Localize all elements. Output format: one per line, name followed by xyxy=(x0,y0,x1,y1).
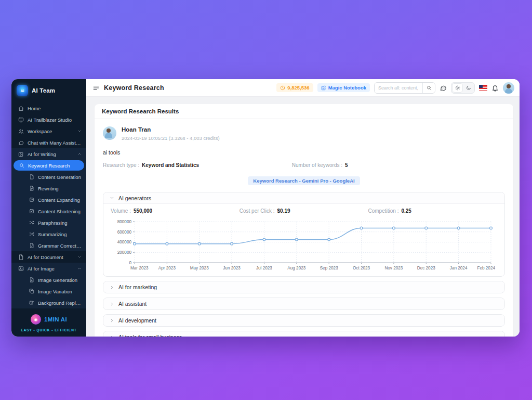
tagline: EASY - QUICK - EFFICIENT xyxy=(15,328,83,332)
model-badge: Keyword Research - Gemini Pro - GoogleAI xyxy=(248,176,360,185)
svg-text:0: 0 xyxy=(129,261,131,265)
svg-text:May 2023: May 2023 xyxy=(190,266,209,270)
pen-square-icon xyxy=(18,151,24,157)
sidebar-item-label: Background Replacement xyxy=(38,300,82,306)
brand-name: AI Team xyxy=(32,87,55,94)
content-area: Keyword Research Results Hoan Tran 2024-… xyxy=(86,97,520,337)
sidebar-item-label: Keyword Research xyxy=(28,163,79,169)
sidebar-item-background-replacement[interactable]: Background Replacement xyxy=(11,297,86,308)
theme-light-button[interactable] xyxy=(452,83,463,93)
chevron-up-icon xyxy=(77,152,82,156)
sidebar-item-label: Paraphrasing xyxy=(38,220,82,226)
chevron-right-icon xyxy=(110,335,114,337)
sidebar-item-image-generation[interactable]: Image Generation xyxy=(11,274,86,286)
sidebar-footer: ◉ 1MIN AI EASY - QUICK - EFFICIENT xyxy=(11,309,86,337)
menu-icon[interactable] xyxy=(92,84,100,92)
search-icon xyxy=(19,163,24,168)
svg-text:Feb 2024: Feb 2024 xyxy=(477,266,495,270)
credits-count: 9,825,536 xyxy=(287,85,309,91)
research-type-label: Research type : xyxy=(103,162,139,168)
accordion-header[interactable]: AI assistant xyxy=(103,298,504,309)
magic-notebook-button[interactable]: Magic Notebook xyxy=(317,83,370,92)
brand[interactable]: AI AI Team xyxy=(11,79,86,102)
1min-ai-logo-icon: ◉ xyxy=(31,314,41,325)
keyword-accordions: AI generators Volume : 550,000 Cost xyxy=(103,192,505,337)
sidebar-nav: Home AI Trailblazer Studio Workspace Cha… xyxy=(11,102,86,308)
main-area: Keyword Research 9,825,536 Magic Noteboo… xyxy=(86,79,520,337)
sidebar-group-ai-writing: AI for Writing Keyword Research Content … xyxy=(11,148,86,251)
moon-icon xyxy=(466,85,471,91)
sidebar-item-label: AI for Document xyxy=(28,254,74,260)
sidebar-item-trailblazer-studio[interactable]: AI Trailblazer Studio xyxy=(11,114,86,125)
sidebar-item-label: Rewriting xyxy=(38,186,82,191)
sidebar-item-grammar-correction[interactable]: Grammar Correction xyxy=(11,240,86,251)
competition-label: Competition : xyxy=(368,208,399,214)
research-type-value: Keyword and Statistics xyxy=(142,162,199,168)
result-timestamp: 2024-03-19 10:05:21 (3.326s - 4,003 cred… xyxy=(122,135,220,141)
svg-text:800000: 800000 xyxy=(117,220,132,224)
cpc-value: $0.19 xyxy=(277,208,290,214)
1min-ai-wordmark: 1MIN AI xyxy=(44,316,67,322)
document-icon xyxy=(18,254,24,260)
accordion-header[interactable]: AI generators xyxy=(103,192,504,204)
sidebar-item-chat-assistants[interactable]: Chat with Many Assistants xyxy=(11,137,86,148)
theme-toggle xyxy=(451,82,475,94)
accordion-label: AI development xyxy=(118,317,156,324)
sun-icon xyxy=(455,85,460,91)
keyword-stats: Volume : 550,000 Cost per Click : $0.19 … xyxy=(111,208,497,214)
result-author-avatar xyxy=(103,126,116,140)
copy-icon xyxy=(29,289,34,294)
sidebar-item-ai-for-document[interactable]: AI for Document xyxy=(11,251,86,263)
sidebar-item-paraphrasing[interactable]: Paraphrasing xyxy=(11,217,86,228)
sidebar-item-ai-for-writing[interactable]: AI for Writing xyxy=(11,148,86,160)
user-avatar[interactable] xyxy=(503,82,514,94)
svg-text:200000: 200000 xyxy=(117,250,132,255)
sidebar-item-keyword-research[interactable]: Keyword Research xyxy=(14,160,84,171)
pen-square-icon xyxy=(321,85,326,91)
chat-bubble-icon[interactable] xyxy=(440,84,447,92)
svg-text:600000: 600000 xyxy=(117,230,132,235)
bell-icon[interactable] xyxy=(491,84,499,92)
sidebar-item-label: AI for Image xyxy=(28,266,74,272)
chevron-right-icon xyxy=(110,285,114,290)
accordion-header[interactable]: AI development xyxy=(103,315,504,326)
app-window: AI AI Team Home AI Trailblazer Studio Wo… xyxy=(11,79,520,337)
sidebar-item-rewriting[interactable]: Rewriting xyxy=(11,183,86,194)
sidebar-item-workspace[interactable]: Workspace xyxy=(11,125,86,137)
expand-icon xyxy=(29,197,34,202)
document-image-icon xyxy=(29,277,34,282)
sidebar-item-label: AI for Writing xyxy=(28,151,74,157)
home-icon xyxy=(18,106,24,111)
accordion-header[interactable]: AI tools for small business xyxy=(103,331,504,337)
sidebar-item-content-shortening[interactable]: Content Shortening xyxy=(11,205,86,217)
search-button[interactable] xyxy=(422,83,435,93)
sidebar-item-label: Content Generation xyxy=(38,174,82,180)
language-flag-us[interactable] xyxy=(479,85,487,91)
svg-text:Mar 2023: Mar 2023 xyxy=(130,266,149,270)
sidebar-item-ai-for-image[interactable]: AI for Image xyxy=(11,263,86,274)
theme-dark-button[interactable] xyxy=(463,83,474,93)
credits-badge[interactable]: 9,825,536 xyxy=(276,83,313,92)
image-icon xyxy=(18,266,24,272)
sidebar-item-content-generation[interactable]: Content Generation xyxy=(11,171,86,183)
sidebar-item-home[interactable]: Home xyxy=(11,102,86,114)
global-search xyxy=(374,82,435,94)
sidebar-item-label: Chat with Many Assistants xyxy=(28,140,82,146)
svg-text:Sep 2023: Sep 2023 xyxy=(320,266,339,270)
svg-text:Dec 2023: Dec 2023 xyxy=(417,266,435,270)
accordion-label: AI generators xyxy=(118,195,151,201)
results-card: Keyword Research Results Hoan Tran 2024-… xyxy=(95,104,513,337)
svg-text:Jan 2024: Jan 2024 xyxy=(450,266,468,270)
sidebar-group-ai-image: AI for Image Image Generation Image Vari… xyxy=(11,263,86,308)
keywords-count-value: 5 xyxy=(345,162,348,168)
sidebar-item-image-variation[interactable]: Image Variation xyxy=(11,286,86,297)
shuffle-icon xyxy=(29,231,34,237)
meta-row: Research type : Keyword and Statistics N… xyxy=(103,162,505,168)
accordion-header[interactable]: AI for marketing xyxy=(103,281,504,293)
sidebar-item-label: Home xyxy=(28,106,82,111)
sidebar-item-content-expanding[interactable]: Content Expanding xyxy=(11,194,86,205)
user-name: Hoan Tran xyxy=(122,126,220,133)
sidebar-item-label: Image Variation xyxy=(38,289,82,294)
search-input[interactable] xyxy=(375,83,422,93)
sidebar-item-summarizing[interactable]: Summarizing xyxy=(11,228,86,240)
